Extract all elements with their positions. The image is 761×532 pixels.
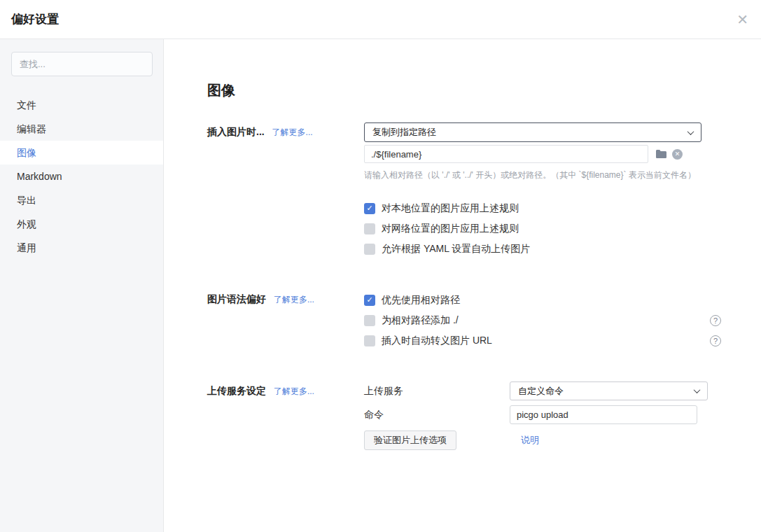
sidebar-item-markdown[interactable]: Markdown	[0, 164, 163, 188]
checkbox[interactable]	[364, 335, 375, 346]
sidebar-item-export[interactable]: 导出	[0, 188, 163, 212]
chevron-down-icon	[687, 128, 694, 135]
help-icon[interactable]: ?	[710, 335, 721, 346]
path-hint-text: 请输入相对路径（以 './' 或 '../' 开头）或绝对路径。（其中 `${f…	[364, 169, 721, 181]
sidebar-item-editor[interactable]: 编辑器	[0, 117, 163, 141]
sidebar-item-image[interactable]: 图像	[0, 141, 163, 164]
insert-section-label: 插入图片时...	[207, 126, 265, 137]
insert-action-select-value: 复制到指定路径	[372, 126, 436, 139]
sidebar-item-file[interactable]: 文件	[0, 93, 163, 117]
section-upload-service: 上传服务设定 了解更多... 上传服务 自定义命令 命令	[207, 382, 721, 450]
preferences-window: 偏好设置 ✕ 文件 编辑器 图像 Markdown 导出 外观 通用 图像 插入…	[0, 0, 761, 532]
titlebar: 偏好设置 ✕	[0, 0, 761, 39]
syntax-section-label: 图片语法偏好	[207, 293, 266, 304]
sidebar-item-general[interactable]: 通用	[0, 236, 163, 260]
checkbox-label: 优先使用相对路径	[382, 294, 460, 307]
checkbox-row-relative-path[interactable]: ✓ 优先使用相对路径	[364, 290, 721, 310]
close-icon[interactable]: ✕	[736, 13, 748, 27]
checkbox-row-yaml-upload[interactable]: 允许根据 YAML 设置自动上传图片	[364, 239, 721, 259]
command-label: 命令	[364, 409, 510, 421]
search-input[interactable]	[11, 52, 153, 76]
insert-action-select[interactable]: 复制到指定路径	[364, 122, 701, 142]
upload-learn-more-link[interactable]: 了解更多...	[274, 386, 314, 396]
syntax-learn-more-link[interactable]: 了解更多...	[274, 295, 314, 304]
upload-service-select-value: 自定义命令	[518, 385, 564, 398]
upload-section-label: 上传服务设定	[207, 385, 266, 396]
checkbox-row-network-rule[interactable]: 对网络位置的图片应用上述规则	[364, 218, 721, 239]
section-insert-image: 插入图片时... 了解更多... 复制到指定路径 ✕	[207, 122, 721, 259]
checkbox-row-local-rule[interactable]: ✓ 对本地位置的图片应用上述规则	[364, 198, 721, 218]
checkbox-label: 允许根据 YAML 设置自动上传图片	[382, 243, 530, 255]
chevron-down-icon	[694, 386, 701, 393]
validate-upload-button[interactable]: 验证图片上传选项	[364, 430, 456, 450]
checkbox-label: 为相对路径添加 ./	[382, 314, 459, 327]
folder-icon[interactable]	[655, 149, 667, 159]
help-icon[interactable]: ?	[710, 315, 721, 326]
checkbox[interactable]	[364, 223, 375, 234]
content-pane: 图像 插入图片时... 了解更多... 复制到指定路径	[164, 39, 761, 532]
upload-service-label: 上传服务	[364, 385, 510, 398]
target-path-input[interactable]	[364, 145, 648, 163]
clear-input-icon[interactable]: ✕	[672, 149, 683, 160]
instructions-link[interactable]: 说明	[521, 434, 539, 447]
sidebar-nav: 文件 编辑器 图像 Markdown 导出 外观 通用	[0, 93, 163, 260]
insert-learn-more-link[interactable]: 了解更多...	[272, 127, 313, 137]
window-title: 偏好设置	[11, 11, 59, 27]
checkbox-row-escape-url[interactable]: 插入时自动转义图片 URL ?	[364, 330, 721, 351]
sidebar: 文件 编辑器 图像 Markdown 导出 外观 通用	[0, 39, 164, 532]
checkbox[interactable]	[364, 315, 375, 326]
section-image-syntax: 图片语法偏好 了解更多... ✓ 优先使用相对路径 为相对路径添加 ./	[207, 290, 721, 351]
checkbox-label: 插入时自动转义图片 URL	[382, 335, 492, 347]
checkbox[interactable]: ✓	[364, 203, 375, 214]
sidebar-item-appearance[interactable]: 外观	[0, 212, 163, 236]
checkbox-row-add-dot-slash[interactable]: 为相对路径添加 ./ ?	[364, 310, 721, 330]
command-input[interactable]	[510, 405, 697, 424]
checkbox[interactable]	[364, 244, 375, 255]
checkbox-label: 对网络位置的图片应用上述规则	[382, 223, 519, 235]
checkbox[interactable]: ✓	[364, 295, 375, 306]
page-title: 图像	[207, 81, 721, 100]
upload-service-select[interactable]: 自定义命令	[510, 382, 708, 400]
checkbox-label: 对本地位置的图片应用上述规则	[382, 202, 519, 215]
